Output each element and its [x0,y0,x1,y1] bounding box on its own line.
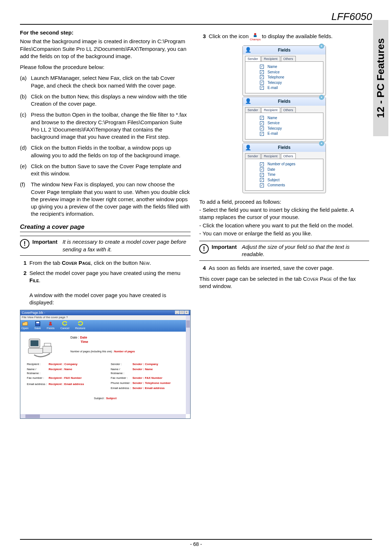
svg-point-9 [254,33,256,35]
tab-recipient[interactable]: Recipient [261,153,280,159]
svg-point-2 [49,322,52,324]
cp-max-button[interactable]: □ [180,311,184,314]
checkbox[interactable]: ✓ [260,126,264,130]
svg-rect-8 [44,343,51,346]
cp-open-button[interactable]: Open [21,321,29,331]
cp-hscrollbar[interactable] [20,414,186,418]
important-note-2: ! Important Adjust the size of your fiel… [199,241,369,261]
cp-illustration [27,335,56,358]
cp-recipient-col: Recipient :Recipient : Company Name / fi… [27,361,100,392]
coverpage-window: CoverPage.blk - _ □ × File View Fields o… [20,310,191,419]
step-f: (f)The window New Fax is displayed, you … [20,181,191,218]
checkbox[interactable]: ✓ [260,86,264,90]
fields-window-sender: 👤 Fields × Sender Recipient Others ✓Name… [242,45,326,96]
cp-vscrollbar[interactable] [186,315,190,414]
close-icon[interactable]: × [319,141,324,146]
lettered-steps: (a)Launch MFManager, select New Fax, cli… [20,74,191,218]
checkbox[interactable]: ✓ [260,70,264,74]
checkbox[interactable]: ✓ [260,116,264,120]
doc-model: LFF6050 [20,11,372,23]
checkbox[interactable]: ✓ [260,132,264,136]
svg-rect-7 [43,346,52,353]
tab-recipient[interactable]: Recipient [261,107,280,113]
svg-rect-5 [30,340,38,346]
creating-cover-page-heading: Creating a cover page [20,223,191,232]
chapter-side-tab-label: 12 - PC Features [375,38,387,118]
tab-sender[interactable]: Sender [245,107,261,113]
checkbox[interactable]: ✓ [260,65,264,69]
tab-others[interactable]: Others [281,56,296,61]
left-column: For the second step: Now that the backgr… [20,29,191,419]
numbered-step-4: 4 As soon as fields are inserted, save t… [199,264,369,272]
fw-title: 👤 Fields × [243,97,326,106]
second-step-intro-2: Please follow the procedure below: [20,64,191,71]
checkbox[interactable]: ✓ [260,162,264,166]
step-1: 1 From the tab Cover Page, click on the … [20,259,191,267]
svg-rect-10 [254,35,257,37]
cp-restore-button[interactable]: Restore [75,321,85,331]
close-icon[interactable]: × [319,44,324,49]
page-number: - 68 - [190,541,202,547]
two-column-layout: For the second step: Now that the backgr… [20,29,372,419]
tab-others[interactable]: Others [281,107,296,113]
cp-min-button[interactable]: _ [175,311,179,314]
tab-recipient[interactable]: Recipient [261,56,280,61]
checkbox[interactable]: ✓ [260,121,264,125]
cp-cancel-button[interactable]: Cancel [60,321,69,331]
numbered-steps-1-2: 1 From the tab Cover Page, click on the … [20,259,191,307]
step-b: (b)Click on the button New, this display… [20,93,191,108]
person-icon: 👤 [245,98,251,105]
cp-recipient-sender: Recipient :Recipient : Company Name / fi… [27,361,184,392]
cp-titlebar: CoverPage.blk - _ □ × [20,310,190,315]
closing-paragraph: This cover page can be selected in the t… [199,275,369,290]
checkbox[interactable]: ✓ [260,81,264,85]
page-root: LFF6050 12 - PC Features For the second … [0,0,392,555]
close-icon[interactable]: × [319,95,324,100]
person-icon: 👤 [245,46,251,53]
add-field-a: - Select the field you want to insert by… [199,206,369,221]
right-column: 3 Click on the icon Champs to display th… [199,29,372,419]
add-field-intro: To add a field, proceed as follows: [199,198,369,206]
cp-subject: Subject : Subject [27,397,184,401]
svg-rect-1 [36,322,39,323]
numbered-step-3: 3 Click on the icon Champs to display th… [199,33,369,42]
cp-fields-button[interactable]: Fields [47,321,54,331]
tab-sender[interactable]: Sender [245,153,261,159]
important-text-1: It is necessary to create a model cover … [62,238,191,253]
step-4: 4 As soon as fields are inserted, save t… [199,264,369,272]
checkbox[interactable]: ✓ [260,167,264,171]
fields-window-others: 👤 Fields × Sender Recipient Others ✓Numb… [242,143,326,193]
checkbox[interactable]: ✓ [260,183,264,187]
important-icon: ! [20,239,29,248]
tab-others[interactable]: Others [281,153,296,159]
important-note-1: ! Important It is necessary to create a … [20,236,191,256]
person-icon: 👤 [245,144,251,151]
champs-icon[interactable]: Champs [250,33,260,42]
step-c: (c)Press the button Open in the toolbar,… [20,111,191,141]
footer-rule [20,539,372,540]
step-e: (e)Click on the button Save to save the … [20,163,191,178]
cp-menubar[interactable]: File View Fields of the cover page ? [20,315,190,320]
svg-rect-6 [28,348,43,353]
cp-date-area: Date : Date Time Number of pages (includ… [70,335,135,358]
checkbox[interactable]: ✓ [260,173,264,177]
fields-window-recipient: 👤 Fields × Sender Recipient Others ✓Name… [242,97,326,142]
tab-sender[interactable]: Sender [245,56,261,61]
step-3: 3 Click on the icon Champs to display th… [199,33,369,42]
page-footer: - 68 - [0,539,392,547]
cp-close-button[interactable]: × [184,311,189,314]
step-2: 2 Select the model cover page you have c… [20,270,191,306]
cp-title: CoverPage.blk - [22,311,45,315]
cp-sender-col: Sender :Sender : Company Name / firstnam… [111,361,184,392]
cp-toolbar: Open Save Fields Cancel Restore [20,320,190,332]
cp-save-button[interactable]: Save [34,321,41,331]
fw-title: 👤 Fields × [243,143,326,152]
important-label: Important [212,243,237,251]
second-step-intro-1: Now that the background image is created… [20,38,191,60]
header-rule [20,24,372,25]
checkbox[interactable]: ✓ [260,75,264,79]
cp-body: Date : Date Time Number of pages (includ… [20,332,190,404]
step-d: (d)Click on the button Fields in the too… [20,144,191,159]
important-label: Important [32,238,57,246]
checkbox[interactable]: ✓ [260,178,264,182]
